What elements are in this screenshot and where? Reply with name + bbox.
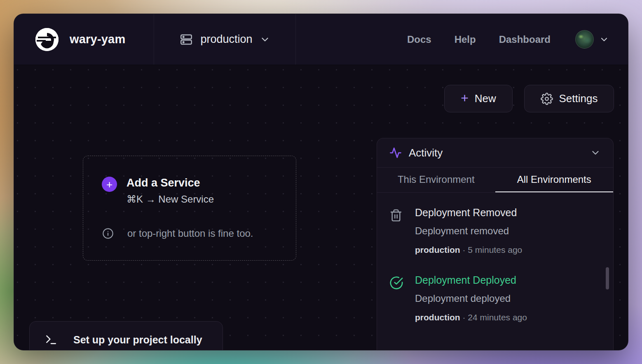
activity-item-content: Deployment Deployed Deployment deployed … (415, 274, 527, 322)
add-service-dropzone[interactable]: + Add a Service ⌘K → New Service or top-… (83, 156, 296, 261)
nav-link-dashboard[interactable]: Dashboard (499, 34, 551, 45)
plus-glyph: + (106, 179, 112, 190)
nav-link-docs[interactable]: Docs (407, 34, 431, 45)
meta-separator: · (463, 245, 466, 254)
check-circle-icon (389, 274, 403, 322)
app-window: wary-yam production Docs Help Dashboard (14, 14, 628, 350)
settings-button-label: Settings (559, 92, 598, 105)
gear-icon (541, 93, 553, 105)
setup-project-locally-label: Set up your project locally (73, 334, 202, 346)
add-service-hint: or top-right button is fine too. (127, 228, 253, 239)
activity-item-meta: production · 24 minutes ago (415, 313, 527, 322)
tab-all-environments[interactable]: All Environments (495, 168, 614, 192)
nav-link-help[interactable]: Help (455, 34, 476, 45)
activity-item[interactable]: Deployment Removed Deployment removed pr… (389, 207, 613, 255)
setup-project-locally-card[interactable]: Set up your project locally (29, 321, 223, 350)
tab-this-environment[interactable]: This Environment (377, 168, 495, 192)
activity-item-time: 24 minutes ago (468, 313, 527, 322)
chevron-down-icon (260, 34, 270, 45)
account-menu[interactable] (575, 30, 609, 49)
plus-icon: + (461, 91, 469, 105)
trash-icon (389, 207, 403, 255)
project-header: wary-yam (14, 14, 154, 65)
nav-links: Docs Help Dashboard (296, 14, 628, 65)
meta-separator: · (463, 313, 466, 322)
terminal-icon (45, 333, 58, 346)
add-service-hint-row: or top-right button is fine too. (102, 228, 253, 239)
new-button[interactable]: + New (444, 85, 513, 112)
activity-item-environment: production (415, 313, 460, 322)
activity-list: Deployment Removed Deployment removed pr… (377, 193, 613, 322)
activity-tabs: This Environment All Environments (377, 168, 613, 193)
activity-item-subtitle: Deployment removed (415, 225, 522, 237)
activity-item-title: Deployment Deployed (415, 274, 527, 286)
add-service-shortcut: ⌘K → New Service (127, 194, 214, 205)
train-logo-icon (35, 28, 59, 51)
environment-selector[interactable]: production (154, 14, 296, 65)
activity-header: Activity (377, 138, 613, 168)
activity-item[interactable]: Deployment Deployed Deployment deployed … (389, 274, 613, 322)
activity-pulse-icon (389, 147, 402, 159)
server-stack-icon (179, 33, 193, 47)
chevron-down-icon (599, 35, 609, 44)
info-icon (102, 228, 114, 239)
activity-scrollbar[interactable] (606, 267, 609, 289)
environment-name: production (200, 33, 252, 46)
activity-item-content: Deployment Removed Deployment removed pr… (415, 207, 522, 255)
top-navbar: wary-yam production Docs Help Dashboard (14, 14, 628, 65)
project-canvas: + New Settings + Add a Service ⌘K → New … (14, 65, 628, 350)
app-logo-icon[interactable] (35, 28, 59, 51)
activity-item-title: Deployment Removed (415, 207, 522, 219)
activity-collapse-button[interactable] (590, 147, 601, 158)
activity-title: Activity (409, 147, 443, 159)
add-service-title: Add a Service (127, 177, 200, 189)
activity-item-subtitle: Deployment deployed (415, 293, 527, 304)
chevron-down-icon (590, 147, 601, 158)
avatar (575, 30, 594, 49)
activity-panel: Activity This Environment All Environmen… (377, 138, 614, 350)
activity-item-meta: production · 5 minutes ago (415, 245, 522, 255)
plus-circle-icon: + (102, 177, 117, 192)
settings-button[interactable]: Settings (524, 85, 614, 112)
new-button-label: New (475, 92, 496, 105)
activity-item-time: 5 minutes ago (468, 245, 522, 254)
project-name: wary-yam (70, 33, 125, 46)
activity-item-environment: production (415, 245, 460, 254)
